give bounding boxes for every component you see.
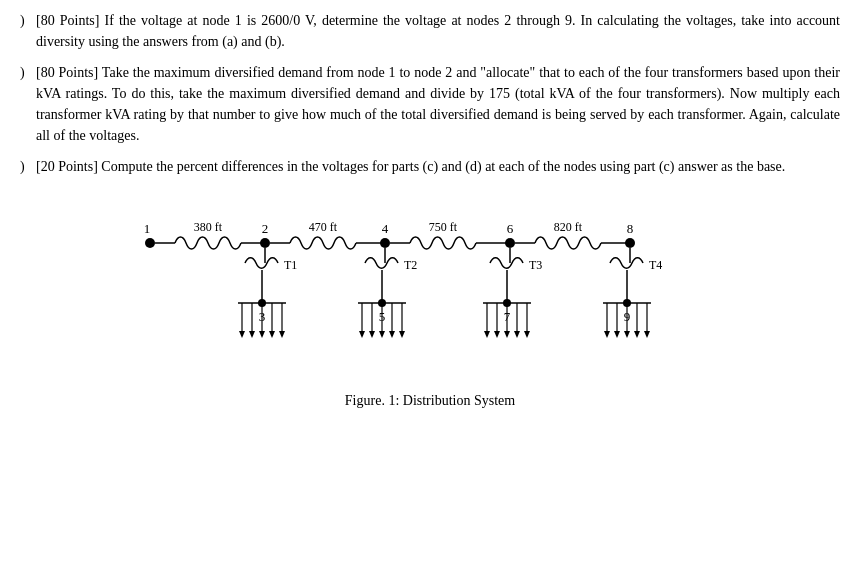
svg-point-10 bbox=[380, 238, 390, 248]
svg-marker-85 bbox=[644, 331, 650, 338]
svg-marker-37 bbox=[279, 331, 285, 338]
svg-point-15 bbox=[505, 238, 515, 248]
problem-item-c: ) [80 Points] If the voltage at node 1 i… bbox=[20, 10, 840, 52]
problem-text-e: [20 Points] Compute the percent differen… bbox=[36, 156, 840, 177]
problem-text-c: [80 Points] If the voltage at node 1 is … bbox=[36, 10, 840, 52]
svg-marker-61 bbox=[484, 331, 490, 338]
svg-text:4: 4 bbox=[382, 221, 389, 236]
svg-text:T4: T4 bbox=[649, 258, 662, 272]
svg-point-5 bbox=[260, 238, 270, 248]
bullet-d: ) bbox=[20, 62, 34, 146]
svg-marker-65 bbox=[504, 331, 510, 338]
content-area: ) [80 Points] If the voltage at node 1 i… bbox=[20, 10, 840, 409]
svg-marker-45 bbox=[359, 331, 365, 338]
svg-marker-69 bbox=[524, 331, 530, 338]
problem-text-d: [80 Points] Take the maximum diversified… bbox=[36, 62, 840, 146]
svg-marker-51 bbox=[389, 331, 395, 338]
svg-point-0 bbox=[145, 238, 155, 248]
svg-marker-47 bbox=[369, 331, 375, 338]
svg-text:820 ft: 820 ft bbox=[554, 220, 583, 234]
svg-text:8: 8 bbox=[627, 221, 634, 236]
svg-marker-67 bbox=[514, 331, 520, 338]
bullet-c: ) bbox=[20, 10, 34, 52]
svg-marker-77 bbox=[604, 331, 610, 338]
svg-text:T1: T1 bbox=[284, 258, 297, 272]
svg-text:380 ft: 380 ft bbox=[194, 220, 223, 234]
distribution-system-diagram: 1 380 ft 2 470 ft 4 bbox=[90, 195, 770, 385]
svg-marker-49 bbox=[379, 331, 385, 338]
problem-item-d: ) [80 Points] Take the maximum diversifi… bbox=[20, 62, 840, 146]
svg-marker-29 bbox=[239, 331, 245, 338]
svg-marker-63 bbox=[494, 331, 500, 338]
svg-text:1: 1 bbox=[144, 221, 151, 236]
svg-marker-83 bbox=[634, 331, 640, 338]
svg-point-20 bbox=[625, 238, 635, 248]
problem-item-e: ) [20 Points] Compute the percent differ… bbox=[20, 156, 840, 177]
figure-container: 1 380 ft 2 470 ft 4 bbox=[20, 195, 840, 409]
figure-caption: Figure. 1: Distribution System bbox=[345, 393, 515, 409]
svg-text:6: 6 bbox=[507, 221, 514, 236]
bullet-e: ) bbox=[20, 156, 34, 177]
svg-marker-35 bbox=[269, 331, 275, 338]
svg-text:T3: T3 bbox=[529, 258, 542, 272]
svg-marker-31 bbox=[249, 331, 255, 338]
svg-text:470 ft: 470 ft bbox=[309, 220, 338, 234]
svg-text:T2: T2 bbox=[404, 258, 417, 272]
svg-text:750 ft: 750 ft bbox=[429, 220, 458, 234]
svg-marker-79 bbox=[614, 331, 620, 338]
svg-marker-81 bbox=[624, 331, 630, 338]
svg-text:2: 2 bbox=[262, 221, 269, 236]
svg-marker-53 bbox=[399, 331, 405, 338]
svg-marker-33 bbox=[259, 331, 265, 338]
